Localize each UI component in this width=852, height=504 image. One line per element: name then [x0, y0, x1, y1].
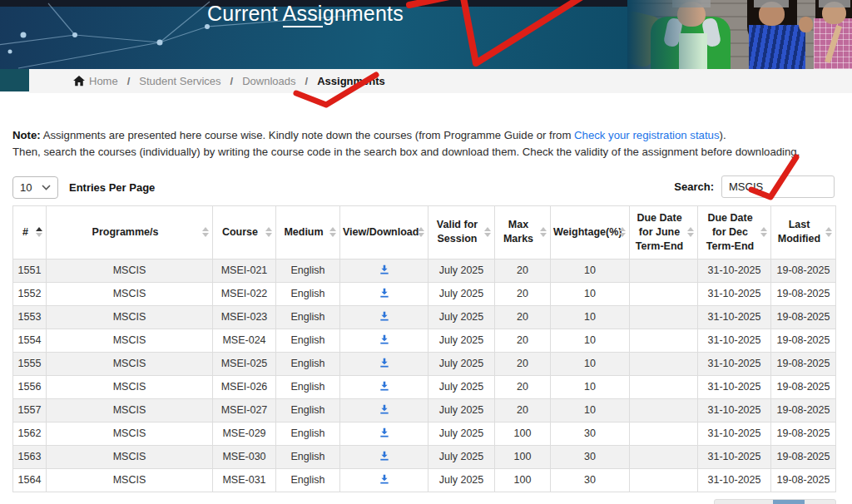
table-cell	[630, 329, 698, 352]
download-icon[interactable]	[379, 357, 390, 368]
sort-arrows-icon[interactable]	[484, 227, 491, 237]
table-cell: MSCIS	[47, 445, 213, 468]
sort-arrows-icon[interactable]	[36, 227, 42, 237]
table-cell: 1555	[13, 352, 47, 375]
table-row: 1564MSCISMSE-031EnglishJuly 20251003031-…	[13, 468, 836, 492]
search-control: Search:	[674, 175, 835, 198]
sort-arrows-icon[interactable]	[760, 227, 767, 237]
table-cell: 30	[551, 468, 630, 492]
table-cell: 31-10-2025	[698, 329, 771, 352]
table-cell	[630, 282, 698, 305]
download-icon[interactable]	[379, 427, 390, 438]
column-header-4[interactable]: View/Download	[340, 206, 428, 259]
column-header-5[interactable]: Valid for Session	[428, 206, 495, 259]
download-icon[interactable]	[379, 310, 390, 322]
table-cell: 31-10-2025	[698, 282, 771, 305]
column-header-label: #	[22, 226, 28, 238]
table-cell: July 2025	[428, 468, 495, 492]
column-header-label: Max Marks	[503, 219, 533, 245]
breadcrumb-item-student-services[interactable]: Student Services	[139, 75, 220, 87]
column-header-10[interactable]: Last Modified	[771, 206, 836, 259]
sort-arrows-icon[interactable]	[329, 227, 336, 237]
column-header-label: Due Date for Dec Term-End	[706, 212, 754, 252]
download-icon[interactable]	[379, 287, 390, 299]
download-icon[interactable]	[379, 403, 390, 415]
table-row: 1563MSCISMSE-030EnglishJuly 20251003031-…	[13, 445, 836, 468]
sort-arrows-icon[interactable]	[265, 227, 272, 237]
column-header-7[interactable]: Weightage(%)	[551, 206, 630, 259]
table-cell: July 2025	[428, 305, 495, 329]
table-cell: English	[276, 468, 340, 492]
table-cell: 1562	[13, 422, 47, 445]
table-cell: 19-08-2025	[771, 259, 836, 282]
column-header-3[interactable]: Medium	[276, 206, 340, 259]
sort-arrows-icon[interactable]	[202, 227, 209, 237]
breadcrumb-item-home[interactable]: Home	[73, 75, 118, 87]
sort-arrows-icon[interactable]	[540, 227, 547, 237]
table-cell: MSE-031	[213, 468, 276, 492]
sort-arrows-icon[interactable]	[418, 227, 424, 237]
table-cell: 10	[551, 375, 630, 398]
page-title-prefix: Current	[207, 2, 283, 25]
table-cell: 31-10-2025	[698, 259, 771, 282]
column-header-1[interactable]: Programme/s	[47, 206, 213, 259]
table-cell: 10	[551, 282, 630, 305]
table-cell: 1564	[13, 468, 47, 492]
breadcrumb-label: Home	[89, 75, 118, 87]
entries-per-page-control: 10 Entries Per Page	[12, 176, 155, 199]
download-icon[interactable]	[379, 380, 390, 392]
table-cell: 19-08-2025	[771, 305, 836, 329]
sort-arrows-icon[interactable]	[825, 227, 832, 237]
note-label: Note:	[12, 129, 41, 141]
table-cell: 19-08-2025	[771, 422, 836, 445]
assignments-table: #Programme/sCourseMediumView/DownloadVal…	[12, 205, 836, 492]
table-cell: July 2025	[428, 398, 495, 422]
column-header-6[interactable]: Max Marks	[495, 206, 551, 259]
registration-status-link[interactable]: Check your registration status	[574, 129, 719, 141]
table-cell: MSEI-021	[213, 259, 276, 282]
download-icon[interactable]	[379, 334, 390, 345]
table-cell: 10	[551, 259, 630, 282]
assignments-page: Current Assignments Home / Student Servi…	[0, 0, 852, 504]
breadcrumb-item-assignments: Assignments	[317, 75, 385, 87]
table-row: 1554MSCISMSE-024EnglishJuly 2025201031-1…	[13, 329, 836, 352]
table-cell: 100	[495, 422, 551, 445]
download-icon[interactable]	[379, 450, 390, 462]
table-cell: English	[276, 305, 340, 329]
cell-view-download	[340, 282, 428, 305]
column-header-9[interactable]: Due Date for Dec Term-End	[698, 206, 771, 259]
search-input[interactable]	[721, 175, 835, 198]
table-cell: MSE-024	[213, 329, 276, 352]
table-cell	[630, 445, 698, 468]
sort-arrows-icon[interactable]	[619, 227, 626, 237]
table-cell: MSCIS	[47, 282, 213, 305]
column-header-0[interactable]: #	[13, 206, 47, 259]
table-cell	[630, 422, 698, 445]
column-header-8[interactable]: Due Date for June Term-End	[630, 206, 698, 259]
sort-arrows-icon[interactable]	[687, 227, 694, 237]
table-cell: MSCIS	[47, 352, 213, 375]
pagination-current-page[interactable]	[773, 500, 805, 504]
table-cell: 19-08-2025	[771, 352, 836, 375]
table-row: 1552MSCISMSEI-022EnglishJuly 2025201031-…	[13, 282, 836, 305]
table-row: 1551MSCISMSEI-021EnglishJuly 2025201031-…	[13, 259, 836, 282]
download-icon[interactable]	[379, 264, 390, 275]
table-cell: 20	[495, 259, 551, 282]
download-icon[interactable]	[379, 473, 390, 485]
table-cell: 31-10-2025	[698, 468, 771, 492]
table-body: 1551MSCISMSEI-021EnglishJuly 2025201031-…	[13, 259, 836, 492]
table-row: 1557MSCISMSEI-027EnglishJuly 2025201031-…	[13, 398, 836, 422]
table-cell: July 2025	[428, 352, 495, 375]
entries-per-page-select[interactable]: 10	[12, 176, 58, 199]
table-cell	[630, 305, 698, 329]
pagination[interactable]	[714, 499, 836, 504]
table-cell: 1552	[13, 282, 47, 305]
table-cell	[630, 375, 698, 398]
breadcrumb-item-downloads[interactable]: Downloads	[242, 75, 295, 87]
table-cell: July 2025	[428, 375, 495, 398]
note-text: Note: Assignments are presented here cou…	[12, 128, 828, 162]
column-header-2[interactable]: Course	[213, 206, 276, 259]
table-cell: 20	[495, 305, 551, 329]
column-header-label: Last Modified	[778, 219, 820, 245]
table-cell: 19-08-2025	[771, 398, 836, 422]
